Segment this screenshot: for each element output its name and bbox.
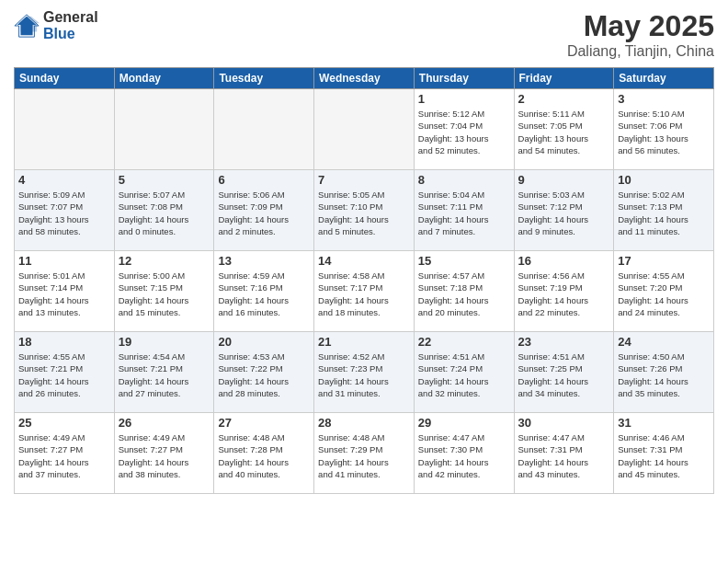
day-info: Sunrise: 5:09 AMSunset: 7:07 PMDaylight:… (18, 189, 110, 237)
day-info: Sunrise: 4:52 AMSunset: 7:23 PMDaylight:… (318, 350, 410, 399)
day-info: Sunrise: 4:51 AMSunset: 7:25 PMDaylight:… (518, 350, 610, 399)
day-info: Sunrise: 5:01 AMSunset: 7:14 PMDaylight:… (18, 270, 110, 318)
day-info: Sunrise: 4:57 AMSunset: 7:18 PMDaylight:… (418, 270, 510, 318)
day-number: 10 (618, 173, 710, 187)
day-number: 13 (218, 254, 310, 268)
calendar-cell: 24Sunrise: 4:50 AMSunset: 7:26 PMDayligh… (614, 332, 714, 413)
day-info: Sunrise: 5:04 AMSunset: 7:11 PMDaylight:… (418, 189, 510, 237)
day-info: Sunrise: 5:05 AMSunset: 7:10 PMDaylight:… (318, 189, 410, 237)
calendar-cell: 11Sunrise: 5:01 AMSunset: 7:14 PMDayligh… (15, 251, 115, 332)
day-number: 15 (418, 254, 510, 268)
day-number: 9 (518, 173, 610, 187)
calendar-cell: 7Sunrise: 5:05 AMSunset: 7:10 PMDaylight… (314, 170, 415, 251)
day-number: 30 (518, 416, 610, 430)
day-number: 12 (119, 254, 210, 268)
day-info: Sunrise: 5:06 AMSunset: 7:09 PMDaylight:… (218, 189, 310, 237)
day-number: 16 (518, 254, 610, 268)
day-info: Sunrise: 4:53 AMSunset: 7:22 PMDaylight:… (218, 350, 310, 399)
calendar-week-row: 25Sunrise: 4:49 AMSunset: 7:27 PMDayligh… (15, 413, 714, 494)
calendar-week-row: 4Sunrise: 5:09 AMSunset: 7:07 PMDaylight… (15, 170, 714, 251)
logo-icon (14, 13, 40, 39)
day-info: Sunrise: 4:55 AMSunset: 7:20 PMDaylight:… (618, 270, 710, 318)
day-number: 14 (318, 254, 410, 268)
weekday-header: Tuesday (214, 68, 314, 89)
header: General Blue May 2025 Daliang, Tianjin, … (14, 9, 714, 60)
day-number: 17 (618, 254, 710, 268)
calendar-cell: 8Sunrise: 5:04 AMSunset: 7:11 PMDaylight… (414, 170, 514, 251)
day-info: Sunrise: 5:12 AMSunset: 7:04 PMDaylight:… (418, 108, 510, 156)
calendar-cell (214, 89, 314, 170)
day-info: Sunrise: 4:50 AMSunset: 7:26 PMDaylight:… (618, 350, 710, 399)
day-info: Sunrise: 4:47 AMSunset: 7:30 PMDaylight:… (418, 431, 510, 480)
day-info: Sunrise: 5:07 AMSunset: 7:08 PMDaylight:… (119, 189, 210, 237)
day-number: 1 (418, 92, 510, 106)
calendar-cell: 2Sunrise: 5:11 AMSunset: 7:05 PMDaylight… (514, 89, 614, 170)
day-number: 25 (18, 416, 110, 430)
day-info: Sunrise: 5:10 AMSunset: 7:06 PMDaylight:… (618, 108, 710, 156)
calendar-cell: 30Sunrise: 4:47 AMSunset: 7:31 PMDayligh… (514, 413, 614, 494)
day-number: 20 (218, 335, 310, 349)
calendar-cell: 9Sunrise: 5:03 AMSunset: 7:12 PMDaylight… (514, 170, 614, 251)
day-number: 7 (318, 173, 410, 187)
calendar-cell: 19Sunrise: 4:54 AMSunset: 7:21 PMDayligh… (114, 332, 214, 413)
day-number: 28 (318, 416, 410, 430)
day-number: 26 (119, 416, 210, 430)
day-number: 24 (618, 335, 710, 349)
calendar-week-row: 11Sunrise: 5:01 AMSunset: 7:14 PMDayligh… (15, 251, 714, 332)
day-info: Sunrise: 4:47 AMSunset: 7:31 PMDaylight:… (518, 431, 610, 480)
day-number: 29 (418, 416, 510, 430)
main-title: May 2025 (567, 9, 714, 43)
day-number: 6 (218, 173, 310, 187)
day-info: Sunrise: 4:49 AMSunset: 7:27 PMDaylight:… (119, 431, 210, 480)
calendar-cell: 31Sunrise: 4:46 AMSunset: 7:31 PMDayligh… (614, 413, 714, 494)
day-info: Sunrise: 5:03 AMSunset: 7:12 PMDaylight:… (518, 189, 610, 237)
day-number: 18 (18, 335, 110, 349)
calendar-cell: 23Sunrise: 4:51 AMSunset: 7:25 PMDayligh… (514, 332, 614, 413)
day-number: 3 (618, 92, 710, 106)
day-number: 31 (618, 416, 710, 430)
day-info: Sunrise: 4:46 AMSunset: 7:31 PMDaylight:… (618, 431, 710, 480)
day-info: Sunrise: 4:48 AMSunset: 7:28 PMDaylight:… (218, 431, 310, 480)
calendar-cell: 22Sunrise: 4:51 AMSunset: 7:24 PMDayligh… (414, 332, 514, 413)
calendar-cell: 1Sunrise: 5:12 AMSunset: 7:04 PMDaylight… (414, 89, 514, 170)
day-info: Sunrise: 4:55 AMSunset: 7:21 PMDaylight:… (18, 350, 110, 399)
weekday-header: Sunday (15, 68, 115, 89)
day-info: Sunrise: 4:58 AMSunset: 7:17 PMDaylight:… (318, 270, 410, 318)
calendar-cell: 27Sunrise: 4:48 AMSunset: 7:28 PMDayligh… (214, 413, 314, 494)
calendar-cell: 25Sunrise: 4:49 AMSunset: 7:27 PMDayligh… (15, 413, 115, 494)
day-info: Sunrise: 4:49 AMSunset: 7:27 PMDaylight:… (18, 431, 110, 480)
logo: General Blue (14, 9, 98, 41)
day-number: 22 (418, 335, 510, 349)
logo-general: General (43, 9, 98, 26)
calendar-header-row: SundayMondayTuesdayWednesdayThursdayFrid… (15, 68, 714, 89)
day-number: 23 (518, 335, 610, 349)
day-number: 5 (119, 173, 210, 187)
day-number: 11 (18, 254, 110, 268)
calendar-cell: 29Sunrise: 4:47 AMSunset: 7:30 PMDayligh… (414, 413, 514, 494)
calendar-cell: 10Sunrise: 5:02 AMSunset: 7:13 PMDayligh… (614, 170, 714, 251)
calendar-cell: 4Sunrise: 5:09 AMSunset: 7:07 PMDaylight… (15, 170, 115, 251)
calendar-cell: 18Sunrise: 4:55 AMSunset: 7:21 PMDayligh… (15, 332, 115, 413)
logo-blue: Blue (43, 26, 98, 42)
calendar-cell: 5Sunrise: 5:07 AMSunset: 7:08 PMDaylight… (114, 170, 214, 251)
day-info: Sunrise: 5:00 AMSunset: 7:15 PMDaylight:… (119, 270, 210, 318)
calendar-cell: 16Sunrise: 4:56 AMSunset: 7:19 PMDayligh… (514, 251, 614, 332)
day-number: 4 (18, 173, 110, 187)
calendar-cell: 13Sunrise: 4:59 AMSunset: 7:16 PMDayligh… (214, 251, 314, 332)
calendar-cell: 14Sunrise: 4:58 AMSunset: 7:17 PMDayligh… (314, 251, 415, 332)
day-info: Sunrise: 5:02 AMSunset: 7:13 PMDaylight:… (618, 189, 710, 237)
day-number: 8 (418, 173, 510, 187)
subtitle: Daliang, Tianjin, China (567, 43, 714, 60)
calendar-cell: 3Sunrise: 5:10 AMSunset: 7:06 PMDaylight… (614, 89, 714, 170)
calendar: SundayMondayTuesdayWednesdayThursdayFrid… (14, 67, 714, 494)
day-number: 19 (119, 335, 210, 349)
day-info: Sunrise: 4:56 AMSunset: 7:19 PMDaylight:… (518, 270, 610, 318)
calendar-cell: 21Sunrise: 4:52 AMSunset: 7:23 PMDayligh… (314, 332, 415, 413)
calendar-week-row: 18Sunrise: 4:55 AMSunset: 7:21 PMDayligh… (15, 332, 714, 413)
day-info: Sunrise: 5:11 AMSunset: 7:05 PMDaylight:… (518, 108, 610, 156)
day-info: Sunrise: 4:54 AMSunset: 7:21 PMDaylight:… (119, 350, 210, 399)
day-number: 21 (318, 335, 410, 349)
page: General Blue May 2025 Daliang, Tianjin, … (0, 0, 728, 563)
calendar-cell: 17Sunrise: 4:55 AMSunset: 7:20 PMDayligh… (614, 251, 714, 332)
day-info: Sunrise: 4:51 AMSunset: 7:24 PMDaylight:… (418, 350, 510, 399)
